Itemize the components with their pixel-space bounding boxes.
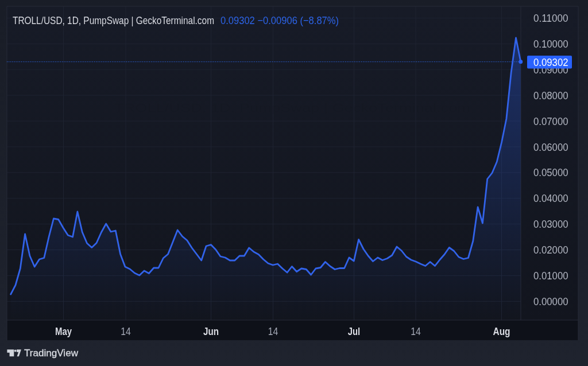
svg-text:0.08000: 0.08000 [533,90,568,102]
svg-text:0.02000: 0.02000 [533,244,568,256]
svg-text:0.07000: 0.07000 [533,116,568,127]
svg-text:0.11000: 0.11000 [533,13,568,24]
svg-text:14: 14 [411,326,421,337]
svg-text:TROLL/USD, 1D, PumpSwap | Geck: TROLL/USD, 1D, PumpSwap | GeckoTerminal.… [114,102,470,114]
svg-text:May: May [55,326,72,337]
svg-text:0.09302 −0.00906 (−8.87%): 0.09302 −0.00906 (−8.87%) [220,14,339,26]
svg-text:0.00000: 0.00000 [533,296,568,307]
svg-text:14: 14 [121,326,131,337]
svg-text:TradingView: TradingView [24,348,79,359]
svg-text:0.10000: 0.10000 [533,38,568,50]
svg-text:0.06000: 0.06000 [533,142,568,153]
svg-text:0.03000: 0.03000 [533,219,568,230]
svg-text:0.04000: 0.04000 [533,193,568,204]
svg-text:0.05000: 0.05000 [533,167,568,178]
svg-text:0.09302: 0.09302 [533,57,568,68]
svg-text:TROLL/USD, 1D, PumpSwap | Geck: TROLL/USD, 1D, PumpSwap | GeckoTerminal.… [13,14,214,26]
svg-text:Jun: Jun [203,326,219,337]
svg-text:14: 14 [268,326,278,337]
svg-text:Aug: Aug [493,326,510,337]
svg-text:Jul: Jul [348,326,361,337]
svg-text:0.01000: 0.01000 [533,270,568,282]
